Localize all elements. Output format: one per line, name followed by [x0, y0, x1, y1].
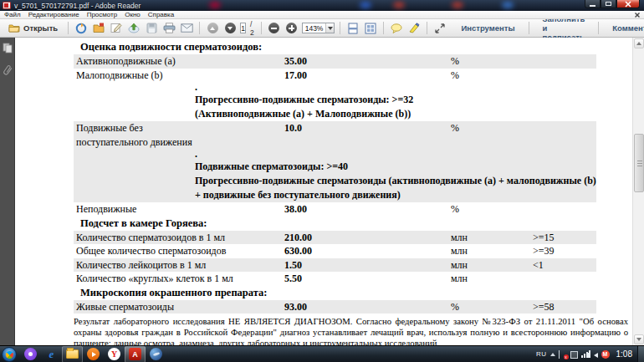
fit-page-button[interactable] [363, 21, 378, 36]
hidden-icons-chevron[interactable] [550, 353, 555, 356]
email-icon [181, 23, 193, 33]
fullscreen-icon [435, 23, 445, 33]
table-row: Количество сперматозоидов в 1 мл 210.00 … [74, 231, 596, 245]
zoom-out-icon [268, 23, 279, 33]
comments-panel-button[interactable]: Комментарии [604, 21, 644, 36]
toolbar-separator [68, 22, 69, 34]
menu-window[interactable]: Окно [125, 11, 141, 18]
menu-file[interactable]: Файл [4, 11, 21, 18]
previous-page-button[interactable] [205, 21, 220, 36]
adobe-reader-icon: A [129, 348, 141, 360]
row-label: Количество лейкоцитов в 1 мл [74, 258, 284, 273]
toolbar-separator [383, 22, 384, 34]
scroll-mode-icon [347, 23, 359, 34]
zoom-level-control[interactable]: 143% [302, 23, 335, 33]
language-indicator[interactable]: RU [536, 350, 547, 358]
table-row: Живые сперматозоиды 93.00 % >=58 [74, 300, 596, 314]
scrollbar-thumb[interactable] [634, 134, 644, 192]
taskbar-app-adobe-reader[interactable]: A [125, 346, 146, 362]
window-title: v_5701_570172791.pdf - Adobe Reader [14, 2, 141, 10]
row-reference [533, 69, 596, 83]
row-label: Живые сперматозоиды [74, 300, 284, 314]
start-button[interactable] [2, 347, 17, 362]
tools-panel-button[interactable]: Инструменты [452, 21, 523, 36]
export-button[interactable] [91, 21, 106, 36]
zoom-in-button[interactable] [284, 21, 299, 36]
action-center-flag-icon[interactable]: x [559, 350, 567, 359]
zoom-dropdown-button[interactable] [325, 23, 334, 33]
taskbar-app-blue[interactable] [146, 346, 166, 362]
highlight-button[interactable] [406, 21, 422, 36]
scroll-down-button[interactable] [634, 334, 644, 344]
taskbar-app-internet-explorer[interactable]: e [41, 346, 62, 362]
convert-button[interactable] [74, 21, 89, 36]
row-label: Количество «круглых» клеток в 1 мл [74, 272, 284, 286]
taskbar-app-alice[interactable] [20, 346, 41, 362]
print-icon [163, 23, 176, 33]
row-value: 35.00 [284, 54, 451, 69]
menu-help[interactable]: Справка [148, 11, 174, 18]
lab-report: Оценка подвижности сперматозоидов: Актив… [74, 40, 616, 345]
arrow-down-icon [636, 338, 641, 341]
taskbar-app-yandex-browser[interactable]: Y [104, 346, 125, 362]
toolbar-separator [598, 22, 599, 34]
aero-blur-dot [393, 2, 405, 8]
email-button[interactable] [179, 21, 194, 36]
maximize-button[interactable] [601, 0, 616, 8]
open-folder-icon [8, 23, 20, 33]
row-reference [533, 54, 596, 69]
taskbar-app-explorer[interactable] [62, 346, 83, 362]
save-button[interactable] [144, 21, 159, 36]
toolbar-separator [427, 22, 427, 34]
open-button[interactable]: Открыть [3, 21, 63, 36]
attachments-icon[interactable] [3, 64, 12, 77]
row-value: 210.00 [284, 231, 451, 245]
document-close-button[interactable] [634, 12, 641, 18]
taskbar: e Y A RU x M 1:08 [0, 345, 644, 362]
system-tray: RU x M 1:08 [536, 349, 637, 359]
close-button[interactable] [616, 0, 640, 8]
menu-edit[interactable]: Редактирование [28, 11, 79, 18]
section-heading-motility: Оценка подвижности сперматозоидов: [74, 40, 616, 54]
sign-button[interactable] [109, 21, 124, 36]
document-page[interactable]: Оценка подвижности сперматозоидов: Актив… [15, 38, 632, 345]
row-value: 17.00 [284, 69, 451, 83]
table-row: Общее количество сперматозоидов 630.00 м… [74, 244, 596, 258]
row-unit: млн [451, 244, 533, 258]
toolbar-separator [199, 22, 200, 34]
fill-sign-panel-button[interactable]: Заполнить и подписать [534, 21, 594, 36]
row-value: 93.00 [284, 300, 451, 314]
page-thumbnails-icon[interactable] [3, 43, 13, 54]
note-dot: . [195, 82, 596, 93]
next-page-button[interactable] [222, 21, 238, 36]
convert-icon [75, 23, 87, 34]
minimize-button[interactable] [585, 0, 601, 8]
taskbar-clock[interactable]: 1:08 [616, 349, 632, 359]
chevron-down-icon [328, 27, 333, 30]
note-line: (Активноподвижные (a) + Малоподвижные (b… [195, 107, 596, 121]
pdf-file-icon [3, 2, 11, 9]
scroll-up-button[interactable] [634, 38, 644, 48]
page-number-input[interactable]: 1 [240, 23, 246, 33]
table-row: Малоподвижные (b) 17.00 % [74, 69, 596, 83]
share-button[interactable] [126, 21, 141, 36]
title-bar[interactable]: v_5701_570172791.pdf - Adobe Reader [0, 0, 644, 11]
scroll-mode-button[interactable] [345, 21, 360, 36]
taskbar-app-media[interactable] [83, 346, 104, 362]
fullscreen-button[interactable] [432, 21, 447, 36]
row-unit: % [451, 300, 533, 314]
update-icon[interactable] [570, 351, 578, 359]
print-button[interactable] [161, 21, 176, 36]
blue-app-icon [150, 348, 162, 360]
comment-button[interactable] [389, 21, 404, 36]
menu-view[interactable]: Просмотр [87, 11, 118, 18]
page-total-label: / 2 [250, 20, 254, 37]
mailru-agent-icon[interactable]: M [601, 350, 610, 359]
section-heading-microscopy: Микроскопия окрашенного препарата: [74, 286, 616, 300]
minimize-icon [590, 5, 595, 7]
row-reference: >=58 [533, 300, 596, 314]
volume-icon[interactable] [594, 353, 598, 358]
zoom-out-button[interactable] [267, 21, 282, 36]
show-desktop-button[interactable] [637, 346, 644, 362]
vertical-scrollbar[interactable] [632, 38, 644, 345]
